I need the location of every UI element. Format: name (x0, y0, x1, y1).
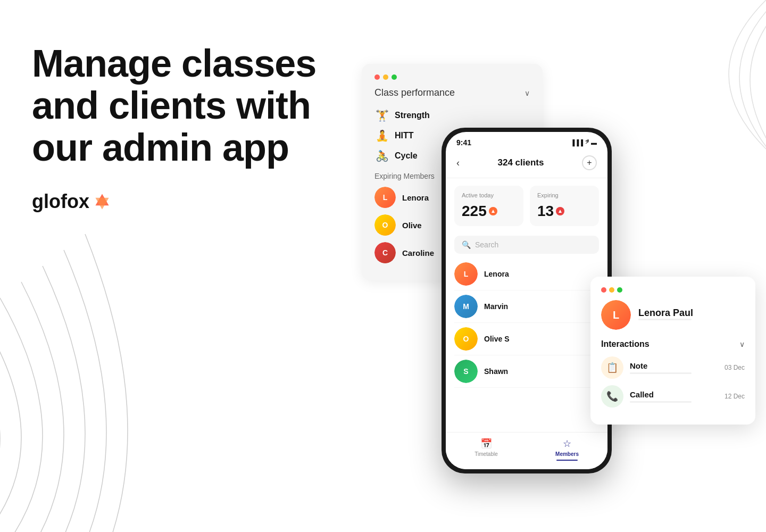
member-name-caroline: Caroline (402, 248, 434, 257)
status-time: 9:41 (456, 138, 471, 147)
interaction-called-sub (630, 401, 692, 403)
left-section: Manage classes and clients with our admi… (32, 43, 330, 213)
mac-dot-red[interactable] (374, 74, 380, 80)
member-name-olive: Olive (402, 221, 422, 230)
interaction-called-title: Called (630, 390, 718, 399)
battery-icon: ▬ (591, 139, 597, 146)
stat-label-expiring: Expiring (537, 192, 592, 198)
active-tab-indicator (556, 460, 578, 461)
client-row-marvin[interactable]: M Marvin (454, 290, 599, 323)
client-avatar-shawn: S (454, 360, 478, 383)
members-icon: ☆ (563, 438, 571, 450)
expiring-count: 13 (537, 203, 554, 220)
header-title: 324 clients (498, 157, 544, 168)
brand-name: glofox (32, 190, 89, 213)
strength-icon: 🏋 (374, 109, 389, 122)
brand-icon (93, 192, 112, 211)
class-name-cycle: Cycle (395, 151, 418, 161)
status-icons: ▐▐▐ 𝄣 ▬ (571, 139, 597, 146)
expiring-badge (556, 207, 564, 215)
stat-value-active: 225 (462, 203, 516, 220)
mac-dots (374, 74, 530, 80)
stat-label-active: Active today (462, 192, 516, 198)
active-badge (489, 207, 497, 215)
brand-logo: glofox (32, 190, 330, 213)
search-icon: 🔍 (462, 240, 471, 249)
client-row-olive[interactable]: O Olive S (454, 323, 599, 355)
avatar-lenora: L (374, 187, 396, 208)
client-name-lenora: Lenora (484, 270, 509, 278)
note-icon: 📋 (601, 356, 623, 379)
right-section: Class performance ∨ 🏋 Strength 🧘 HITT 🚴 … (340, 0, 766, 532)
client-list: L Lenora M Marvin O Olive S (446, 258, 607, 388)
client-name-olive: Olive S (484, 335, 509, 343)
interactions-label: Interactions (601, 339, 650, 349)
card-title-row: Class performance ∨ (374, 87, 530, 98)
tab-members[interactable]: ☆ Members (551, 438, 583, 461)
client-name-marvin: Marvin (484, 302, 508, 311)
client-row-shawn[interactable]: S Shawn (454, 355, 599, 388)
interaction-note-sub (630, 372, 692, 374)
avatar-olive: O (374, 214, 396, 236)
detail-profile: L Lenora Paul (601, 300, 745, 330)
interaction-note[interactable]: 📋 Note 03 Dec (601, 356, 745, 379)
status-bar: 9:41 ▐▐▐ 𝄣 ▬ (446, 132, 607, 150)
detail-avatar: L (601, 300, 631, 330)
wifi-icon: 𝄣 (585, 139, 589, 146)
svg-marker-2 (492, 210, 495, 213)
svg-marker-3 (559, 210, 562, 213)
detail-info: Lenora Paul (638, 307, 693, 322)
client-row-lenora[interactable]: L Lenora (454, 258, 599, 290)
detail-dot-red[interactable] (601, 287, 606, 293)
detail-divider (638, 319, 692, 320)
stats-row: Active today 225 Expiring 13 (446, 178, 607, 234)
detail-dot-yellow[interactable] (609, 287, 614, 293)
detail-profile-name: Lenora Paul (638, 307, 693, 319)
class-name-hitt: HITT (395, 131, 414, 140)
interactions-chevron-icon[interactable]: ∨ (739, 340, 745, 348)
class-name-strength: Strength (395, 111, 430, 120)
phone-mockup: 9:41 ▐▐▐ 𝄣 ▬ ‹ 324 clients + Active toda… (442, 128, 612, 473)
cycle-icon: 🚴 (374, 149, 389, 162)
detail-dots (601, 287, 745, 293)
interaction-note-content: Note (630, 361, 718, 374)
timetable-label: Timetable (474, 451, 498, 457)
interaction-note-title: Note (630, 361, 718, 370)
search-placeholder: Search (475, 240, 498, 249)
phone-header: ‹ 324 clients + (446, 150, 607, 178)
signal-icon: ▐▐▐ (571, 139, 583, 146)
back-button[interactable]: ‹ (456, 157, 460, 169)
client-avatar-marvin: M (454, 295, 478, 318)
interactions-row: Interactions ∨ (601, 339, 745, 349)
stat-card-expiring: Expiring 13 (530, 186, 599, 226)
interaction-called-content: Called (630, 390, 718, 403)
phone-bottom-bar: 📅 Timetable ☆ Members (446, 432, 607, 469)
avatar-caroline: C (374, 242, 396, 263)
class-item-strength[interactable]: 🏋 Strength (374, 109, 530, 122)
detail-dot-green[interactable] (617, 287, 622, 293)
hitt-icon: 🧘 (374, 129, 389, 142)
members-label: Members (555, 451, 579, 457)
member-name-lenora: Lenora (402, 193, 429, 202)
mac-dot-green[interactable] (392, 74, 397, 80)
add-button[interactable]: + (582, 155, 597, 170)
headline: Manage classes and clients with our admi… (32, 43, 330, 169)
card-title: Class performance (374, 87, 455, 98)
detail-card: L Lenora Paul Interactions ∨ 📋 Note 03 D… (590, 277, 755, 425)
client-avatar-lenora: L (454, 262, 478, 286)
timetable-icon: 📅 (480, 438, 492, 450)
interaction-note-date: 03 Dec (725, 364, 745, 371)
tab-timetable[interactable]: 📅 Timetable (470, 438, 502, 461)
interaction-called-date: 12 Dec (725, 393, 745, 400)
decorative-arcs-left (0, 234, 223, 532)
chevron-down-icon[interactable]: ∨ (524, 89, 530, 97)
interaction-called[interactable]: 📞 Called 12 Dec (601, 385, 745, 408)
called-icon: 📞 (601, 385, 623, 408)
active-count: 225 (462, 203, 487, 220)
client-avatar-olive: O (454, 327, 478, 351)
mac-dot-yellow[interactable] (383, 74, 388, 80)
client-name-shawn: Shawn (484, 367, 508, 376)
stat-value-expiring: 13 (537, 203, 592, 220)
stat-card-active: Active today 225 (454, 186, 523, 226)
search-bar[interactable]: 🔍 Search (454, 236, 599, 254)
